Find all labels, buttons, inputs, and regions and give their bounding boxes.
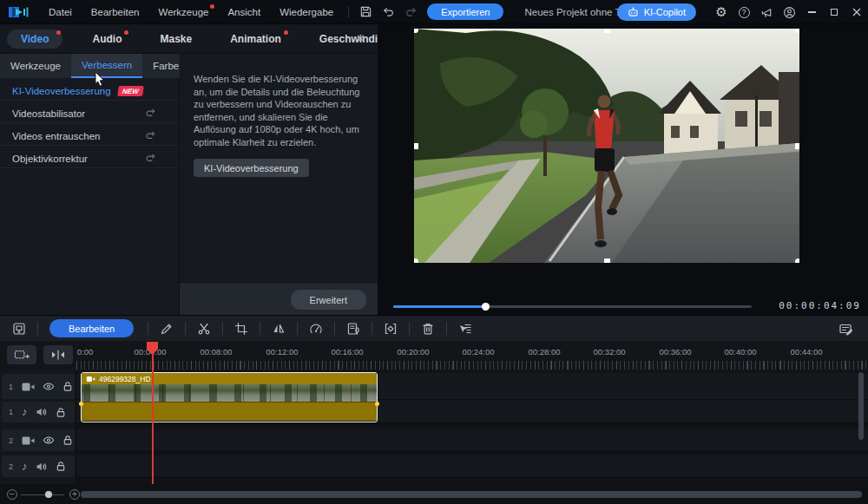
seek-thumb[interactable] [482,303,490,311]
video-preview[interactable] [414,29,799,263]
filmora-window: Datei Bearbeiten Werkzeuge Ansicht Wiede… [0,0,868,504]
horizontal-scrollbar[interactable] [81,491,862,498]
mirror-flip-icon[interactable] [268,318,289,339]
subtab-bar: Werkzeuge Verbessern Farbe › [0,54,180,78]
zoom-in-icon[interactable]: + [69,489,80,500]
preview-panel: 00:00:04:09 16:9 [378,24,868,315]
track-number: 1 [9,383,14,391]
clip-trim-handle-left[interactable] [79,402,83,406]
selection-handle-middle-right[interactable] [795,143,799,149]
vertical-scrollbar[interactable] [858,372,864,440]
zoom-slider-handle[interactable] [45,491,52,498]
timeline-tracks: 1 1 ♪ 2 2 ♪ [0,371,868,484]
tab-audio[interactable]: Audio [83,29,130,49]
menu-bearbeiten[interactable]: Bearbeiten [82,0,149,24]
ruler-tick-label: 0:00 [77,347,94,357]
ruler-tick-label: 00:20:00 [398,347,430,357]
maximize-button[interactable] [823,0,845,24]
undo-icon[interactable] [377,0,399,24]
ruler-tick-label: 00:36:00 [660,347,692,357]
advanced-button[interactable]: Erweitert [291,290,366,310]
voiceover-text-icon[interactable] [343,318,364,339]
reset-icon[interactable] [145,153,156,164]
edit-mode-button[interactable]: Bearbeiten [49,319,134,337]
music-note-icon: ♪ [22,408,28,416]
selection-handle-bottom-right[interactable] [795,259,799,263]
menu-wiedergabe[interactable]: Wiedergabe [270,0,343,24]
timeline-ruler[interactable]: 0:00 00:04:00 00:08:00 00:12:00 00:16:00… [0,341,868,371]
lock-icon[interactable] [56,461,66,472]
selection-handle-bottom-middle[interactable] [604,259,610,263]
announcement-icon[interactable] [755,0,778,24]
selection-handle-top-right[interactable] [795,29,799,33]
crop-icon[interactable] [231,318,252,339]
list-item-ki-videoverbesserung[interactable]: KI-Videoverbesserung NEW [0,82,179,101]
zoom-slider[interactable] [21,494,64,496]
music-note-icon: ♪ [22,462,28,471]
track-number: 2 [9,462,14,471]
lock-icon[interactable] [62,435,73,446]
seek-bar[interactable] [393,305,752,308]
speaker-icon[interactable] [36,461,48,472]
subtab-werkzeuge[interactable]: Werkzeuge [0,54,71,78]
list-item-videostabilisator[interactable]: Videostabilisator [0,104,179,123]
reset-icon[interactable] [145,108,156,119]
timeline-clip[interactable]: 496299328_HD [81,372,378,422]
track-manager-icon[interactable] [835,318,856,339]
split-scissors-icon[interactable] [194,318,214,339]
audio-track-2-lane[interactable] [76,455,868,478]
video-track-2-lane[interactable] [76,429,868,452]
lock-icon[interactable] [56,407,66,418]
select-clips-icon[interactable] [455,318,476,339]
list-item-objektivkorrektur[interactable]: Objektivkorrektur [0,149,179,168]
clip-thumbnails [82,384,377,402]
speed-icon[interactable] [306,318,326,339]
help-icon[interactable]: ? [733,0,755,24]
panel-toggle-icon[interactable] [9,318,30,339]
menu-werkzeuge[interactable]: Werkzeuge [148,0,218,24]
add-placeholder-button[interactable] [7,345,36,364]
visibility-eye-icon[interactable] [43,435,55,445]
settings-gear-icon[interactable]: ⚙ [710,0,733,24]
subtab-verbessern[interactable]: Verbessern [71,54,142,78]
ki-copilot-button[interactable]: KI-Copilot [617,3,696,21]
reset-icon[interactable] [145,130,156,141]
minimize-button[interactable] [800,0,823,24]
clip-trim-handle-right[interactable] [375,402,379,406]
panel-tabbar: Video Audio Maske Animation Geschwindigk… [0,24,378,54]
zoom-out-icon[interactable]: − [7,489,17,500]
menu-datei[interactable]: Datei [39,0,82,24]
video-camera-icon [22,435,35,446]
lock-icon[interactable] [62,381,73,392]
save-icon[interactable] [354,0,377,24]
selection-handle-middle-left[interactable] [414,143,418,149]
selection-handle-top-middle[interactable] [604,29,610,33]
seek-fill [393,305,486,308]
clip-camera-icon [86,376,95,383]
draw-pen-icon[interactable] [156,318,177,339]
list-item-videos-entrauschen[interactable]: Videos entrauschen [0,127,179,146]
tab-video[interactable]: Video [7,29,62,49]
ki-videoverbesserung-apply-button[interactable]: KI-Videoverbesserung [194,159,309,177]
export-button[interactable]: Exportieren [427,3,503,20]
enhance-options-list: KI-Videoverbesserung NEW Videostabilisat… [0,78,180,315]
speaker-icon[interactable] [36,407,48,417]
snap-toggle-button[interactable] [43,345,73,364]
account-icon[interactable] [778,0,800,24]
ruler-tick-label: 00:08:00 [201,347,233,357]
menu-ansicht[interactable]: Ansicht [218,0,270,24]
notification-dot [124,30,128,35]
delete-trash-icon[interactable] [418,318,438,339]
visibility-eye-icon[interactable] [43,382,55,391]
notification-dot [284,30,288,35]
titlebar: Datei Bearbeiten Werkzeuge Ansicht Wiede… [0,0,868,24]
ruler-tick-label: 00:28:00 [529,347,561,357]
close-button[interactable] [845,0,868,24]
panel-close-icon[interactable]: ✕ [356,32,365,45]
tab-maske[interactable]: Maske [151,29,201,49]
robot-icon [628,7,639,17]
keyframe-icon[interactable] [380,318,401,339]
selection-handle-bottom-left[interactable] [414,259,418,263]
tab-animation[interactable]: Animation [221,29,290,49]
track-number: 2 [9,436,14,445]
